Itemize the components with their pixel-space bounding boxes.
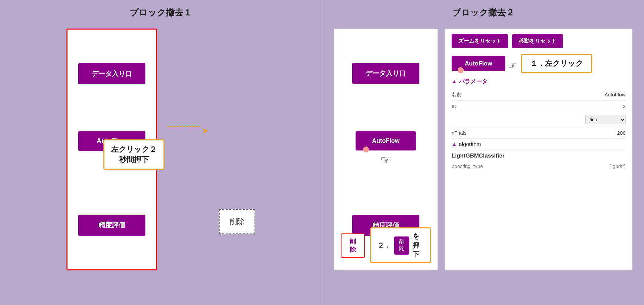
- pink-dot-right: [363, 146, 369, 152]
- autoflow-params-block: AutoFlow: [452, 56, 505, 71]
- left-content-area: データ入り口 AutoFlow ☞ 精度評価 左クリック２ 秒間押下: [7, 29, 315, 270]
- boosting-label: boosting_type: [452, 163, 483, 169]
- step1-left: AutoFlow ☞: [452, 56, 517, 71]
- params-panel: ズームをリセット 移動をリセット AutoFlow ☞ １．左クリック: [445, 29, 633, 270]
- callout-line2: 秒間押下: [111, 155, 157, 165]
- params-select-row: tion: [452, 112, 626, 127]
- chevron-icon: ▲: [452, 79, 457, 85]
- step2-callout: ２． 削除 を押下: [370, 227, 431, 263]
- step1-callout: １．左クリック: [521, 54, 592, 73]
- boosting-row: boosting_type ["gbdt"]: [452, 161, 626, 171]
- delete-inline-btn[interactable]: 削除: [394, 236, 410, 255]
- right-canvas-panel: データ入り口 AutoFlow ☞ 精度評価 削除 ２． 削除 を押下: [334, 29, 438, 270]
- algorithm-title-row: ▲ algorithm: [452, 141, 481, 147]
- pink-dot-params: [458, 67, 464, 73]
- right-side-left: 削除: [219, 29, 255, 234]
- delete-dashed-box: 削除: [219, 209, 255, 234]
- params-algorithm-section: ▲ algorithm: [452, 139, 626, 150]
- delete-dashed-label: 削除: [230, 217, 244, 226]
- top-buttons: ズームをリセット 移動をリセット: [452, 34, 626, 48]
- left-section: ブロック撤去１ データ入り口 AutoFlow ☞ 精度評価 左クリック２ 秒: [0, 0, 322, 305]
- left-callout-box: 左クリック２ 秒間押下: [103, 139, 165, 170]
- params-select[interactable]: tion: [585, 115, 626, 124]
- bottom-area: 削除 ２． 削除 を押下: [341, 227, 431, 263]
- id-label: ID: [452, 103, 457, 109]
- zoom-reset-btn[interactable]: ズームをリセット: [452, 34, 508, 48]
- right-title: ブロック撤去２: [452, 7, 514, 18]
- arrow-head: ➤: [202, 126, 209, 135]
- name-label: 名前: [452, 91, 462, 98]
- move-reset-btn[interactable]: 移動をリセット: [512, 34, 563, 48]
- params-section: ▲ パラメータ 名前 AutoFlow ID 3: [452, 78, 626, 171]
- step2-prefix: ２．: [377, 241, 391, 250]
- step2-suffix: を押下: [413, 232, 424, 259]
- hand-cursor-right: ☞: [380, 153, 391, 167]
- algorithm-chevron: ▲: [452, 141, 457, 147]
- step1-row: AutoFlow ☞ １．左クリック: [452, 54, 626, 73]
- params-id-row: ID 3: [452, 101, 626, 112]
- delete-btn-right[interactable]: 削除: [341, 233, 365, 258]
- id-value: 3: [623, 103, 626, 109]
- left-title: ブロック撤去１: [130, 7, 192, 18]
- ntrials-label: nTrials: [452, 130, 466, 136]
- params-section-title: ▲ パラメータ: [452, 78, 626, 85]
- data-input-btn-left[interactable]: データ入り口: [78, 63, 145, 84]
- accuracy-btn-left[interactable]: 精度評価: [78, 215, 145, 236]
- ntrials-value: 200: [617, 130, 626, 136]
- algorithm-value: LightGBMClassifier: [452, 150, 626, 161]
- dashed-line: [167, 126, 201, 127]
- autoflow-area-right: AutoFlow ☞: [356, 131, 416, 167]
- params-name-row: 名前 AutoFlow: [452, 89, 626, 101]
- right-section: ブロック撤去２ データ入り口 AutoFlow ☞ 精度評価 削除: [322, 0, 644, 305]
- params-ntrials-row: nTrials 200: [452, 127, 626, 139]
- hand-cursor-params: ☞: [508, 59, 517, 71]
- autoflow-block-right: AutoFlow: [356, 131, 416, 150]
- data-input-btn-right[interactable]: データ入り口: [352, 63, 419, 84]
- boosting-value: ["gbdt"]: [609, 163, 626, 169]
- name-value: AutoFlow: [604, 92, 626, 97]
- arrow-connector: ➤: [167, 29, 209, 135]
- right-content-area: データ入り口 AutoFlow ☞ 精度評価 削除 ２． 削除 を押下: [329, 29, 637, 270]
- callout-line1: 左クリック２: [111, 144, 157, 155]
